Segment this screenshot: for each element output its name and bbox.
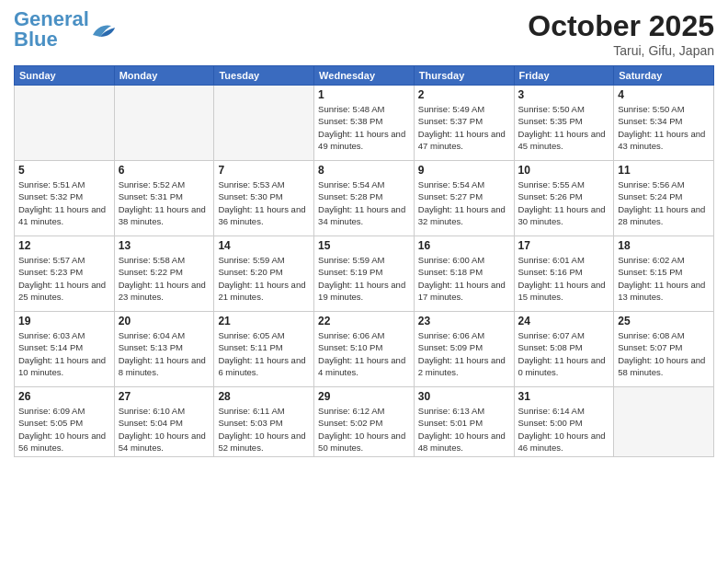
day-number: 1 xyxy=(318,88,410,101)
calendar-cell-w4-d6: 24Sunrise: 6:07 AM Sunset: 5:08 PM Dayli… xyxy=(514,312,614,387)
day-info: Sunrise: 6:10 AM Sunset: 5:04 PM Dayligh… xyxy=(119,405,210,454)
day-info: Sunrise: 6:05 AM Sunset: 5:11 PM Dayligh… xyxy=(218,329,310,378)
day-info: Sunrise: 6:08 AM Sunset: 5:07 PM Dayligh… xyxy=(618,329,710,378)
day-info: Sunrise: 6:04 AM Sunset: 5:13 PM Dayligh… xyxy=(119,329,210,378)
header-sunday: Sunday xyxy=(15,66,115,86)
header-saturday: Saturday xyxy=(614,66,714,86)
calendar-cell-w3-d7: 18Sunrise: 6:02 AM Sunset: 5:15 PM Dayli… xyxy=(614,236,714,312)
day-number: 21 xyxy=(218,315,310,327)
week-row-1: 1Sunrise: 5:48 AM Sunset: 5:38 PM Daylig… xyxy=(15,86,714,161)
day-number: 14 xyxy=(218,239,310,252)
calendar-cell-w1-d4: 1Sunrise: 5:48 AM Sunset: 5:38 PM Daylig… xyxy=(314,86,415,161)
calendar-cell-w1-d3 xyxy=(214,86,314,161)
day-info: Sunrise: 6:02 AM Sunset: 5:15 PM Dayligh… xyxy=(618,254,710,303)
day-number: 20 xyxy=(119,315,210,327)
day-number: 25 xyxy=(618,315,710,327)
day-info: Sunrise: 5:50 AM Sunset: 5:35 PM Dayligh… xyxy=(518,103,610,152)
day-number: 8 xyxy=(318,164,410,177)
day-number: 6 xyxy=(119,164,210,177)
calendar-cell-w5-d7 xyxy=(614,387,714,457)
day-info: Sunrise: 5:59 AM Sunset: 5:19 PM Dayligh… xyxy=(318,254,410,303)
calendar-cell-w5-d6: 31Sunrise: 6:14 AM Sunset: 5:00 PM Dayli… xyxy=(514,387,614,457)
calendar-cell-w2-d7: 11Sunrise: 5:56 AM Sunset: 5:24 PM Dayli… xyxy=(614,161,714,236)
week-row-5: 26Sunrise: 6:09 AM Sunset: 5:05 PM Dayli… xyxy=(15,387,714,457)
calendar-cell-w5-d5: 30Sunrise: 6:13 AM Sunset: 5:01 PM Dayli… xyxy=(414,387,514,457)
week-row-4: 19Sunrise: 6:03 AM Sunset: 5:14 PM Dayli… xyxy=(15,312,714,387)
day-info: Sunrise: 5:54 AM Sunset: 5:28 PM Dayligh… xyxy=(318,178,410,227)
day-info: Sunrise: 6:06 AM Sunset: 5:10 PM Dayligh… xyxy=(318,329,410,378)
month-title: October 2025 xyxy=(528,9,714,43)
day-number: 15 xyxy=(318,239,410,252)
calendar-cell-w4-d2: 20Sunrise: 6:04 AM Sunset: 5:13 PM Dayli… xyxy=(114,312,214,387)
day-number: 30 xyxy=(418,390,510,403)
logo-blue: Blue xyxy=(14,28,58,51)
calendar-cell-w1-d5: 2Sunrise: 5:49 AM Sunset: 5:37 PM Daylig… xyxy=(414,86,514,161)
calendar-cell-w5-d3: 28Sunrise: 6:11 AM Sunset: 5:03 PM Dayli… xyxy=(214,387,314,457)
day-info: Sunrise: 5:51 AM Sunset: 5:32 PM Dayligh… xyxy=(18,178,110,227)
calendar-cell-w1-d7: 4Sunrise: 5:50 AM Sunset: 5:34 PM Daylig… xyxy=(614,86,714,161)
day-number: 10 xyxy=(518,164,610,177)
day-info: Sunrise: 6:11 AM Sunset: 5:03 PM Dayligh… xyxy=(218,405,310,454)
day-number: 23 xyxy=(418,315,510,327)
calendar-cell-w4-d1: 19Sunrise: 6:03 AM Sunset: 5:14 PM Dayli… xyxy=(15,312,115,387)
calendar-cell-w1-d6: 3Sunrise: 5:50 AM Sunset: 5:35 PM Daylig… xyxy=(514,86,614,161)
subtitle: Tarui, Gifu, Japan xyxy=(528,43,714,58)
title-section: October 2025 Tarui, Gifu, Japan xyxy=(528,9,714,58)
calendar-cell-w5-d4: 29Sunrise: 6:12 AM Sunset: 5:02 PM Dayli… xyxy=(314,387,415,457)
calendar-cell-w3-d4: 15Sunrise: 5:59 AM Sunset: 5:19 PM Dayli… xyxy=(314,236,415,312)
day-number: 2 xyxy=(418,88,510,101)
day-info: Sunrise: 5:48 AM Sunset: 5:38 PM Dayligh… xyxy=(318,103,410,152)
day-number: 17 xyxy=(518,239,610,252)
day-info: Sunrise: 5:59 AM Sunset: 5:20 PM Dayligh… xyxy=(218,254,310,303)
day-number: 13 xyxy=(119,239,210,252)
day-number: 4 xyxy=(618,88,710,101)
day-number: 7 xyxy=(218,164,310,177)
calendar-cell-w3-d6: 17Sunrise: 6:01 AM Sunset: 5:16 PM Dayli… xyxy=(514,236,614,312)
day-info: Sunrise: 5:58 AM Sunset: 5:22 PM Dayligh… xyxy=(119,254,210,303)
logo-text: General Blue xyxy=(14,9,89,50)
header-tuesday: Tuesday xyxy=(214,66,314,86)
day-number: 26 xyxy=(18,390,110,403)
logo-bird-icon xyxy=(91,18,117,40)
day-info: Sunrise: 5:52 AM Sunset: 5:31 PM Dayligh… xyxy=(119,178,210,227)
week-row-3: 12Sunrise: 5:57 AM Sunset: 5:23 PM Dayli… xyxy=(15,236,714,312)
day-number: 12 xyxy=(18,239,110,252)
day-info: Sunrise: 6:07 AM Sunset: 5:08 PM Dayligh… xyxy=(518,329,610,378)
calendar-cell-w5-d1: 26Sunrise: 6:09 AM Sunset: 5:05 PM Dayli… xyxy=(15,387,115,457)
calendar-cell-w3-d2: 13Sunrise: 5:58 AM Sunset: 5:22 PM Dayli… xyxy=(114,236,214,312)
calendar-cell-w4-d3: 21Sunrise: 6:05 AM Sunset: 5:11 PM Dayli… xyxy=(214,312,314,387)
week-row-2: 5Sunrise: 5:51 AM Sunset: 5:32 PM Daylig… xyxy=(15,161,714,236)
day-info: Sunrise: 5:55 AM Sunset: 5:26 PM Dayligh… xyxy=(518,178,610,227)
day-number: 9 xyxy=(418,164,510,177)
day-info: Sunrise: 6:03 AM Sunset: 5:14 PM Dayligh… xyxy=(18,329,110,378)
calendar-cell-w4-d7: 25Sunrise: 6:08 AM Sunset: 5:07 PM Dayli… xyxy=(614,312,714,387)
header: General Blue October 2025 Tarui, Gifu, J… xyxy=(14,9,714,58)
logo: General Blue xyxy=(14,9,117,50)
day-info: Sunrise: 5:57 AM Sunset: 5:23 PM Dayligh… xyxy=(18,254,110,303)
calendar-cell-w2-d5: 9Sunrise: 5:54 AM Sunset: 5:27 PM Daylig… xyxy=(414,161,514,236)
header-monday: Monday xyxy=(114,66,214,86)
calendar-cell-w1-d2 xyxy=(114,86,214,161)
calendar-container: General Blue October 2025 Tarui, Gifu, J… xyxy=(0,0,728,563)
day-info: Sunrise: 6:14 AM Sunset: 5:00 PM Dayligh… xyxy=(518,405,610,454)
header-wednesday: Wednesday xyxy=(314,66,415,86)
day-number: 31 xyxy=(518,390,610,403)
calendar-table: Sunday Monday Tuesday Wednesday Thursday… xyxy=(14,65,714,457)
calendar-cell-w2-d3: 7Sunrise: 5:53 AM Sunset: 5:30 PM Daylig… xyxy=(214,161,314,236)
day-info: Sunrise: 6:01 AM Sunset: 5:16 PM Dayligh… xyxy=(518,254,610,303)
day-info: Sunrise: 5:49 AM Sunset: 5:37 PM Dayligh… xyxy=(418,103,510,152)
day-number: 16 xyxy=(418,239,510,252)
day-info: Sunrise: 5:53 AM Sunset: 5:30 PM Dayligh… xyxy=(218,178,310,227)
day-info: Sunrise: 5:56 AM Sunset: 5:24 PM Dayligh… xyxy=(618,178,710,227)
day-number: 11 xyxy=(618,164,710,177)
day-number: 3 xyxy=(518,88,610,101)
day-info: Sunrise: 6:06 AM Sunset: 5:09 PM Dayligh… xyxy=(418,329,510,378)
calendar-cell-w4-d5: 23Sunrise: 6:06 AM Sunset: 5:09 PM Dayli… xyxy=(414,312,514,387)
calendar-cell-w2-d4: 8Sunrise: 5:54 AM Sunset: 5:28 PM Daylig… xyxy=(314,161,415,236)
day-info: Sunrise: 6:09 AM Sunset: 5:05 PM Dayligh… xyxy=(18,405,110,454)
day-info: Sunrise: 6:12 AM Sunset: 5:02 PM Dayligh… xyxy=(318,405,410,454)
calendar-cell-w3-d1: 12Sunrise: 5:57 AM Sunset: 5:23 PM Dayli… xyxy=(15,236,115,312)
day-info: Sunrise: 6:13 AM Sunset: 5:01 PM Dayligh… xyxy=(418,405,510,454)
day-info: Sunrise: 5:50 AM Sunset: 5:34 PM Dayligh… xyxy=(618,103,710,152)
header-friday: Friday xyxy=(514,66,614,86)
